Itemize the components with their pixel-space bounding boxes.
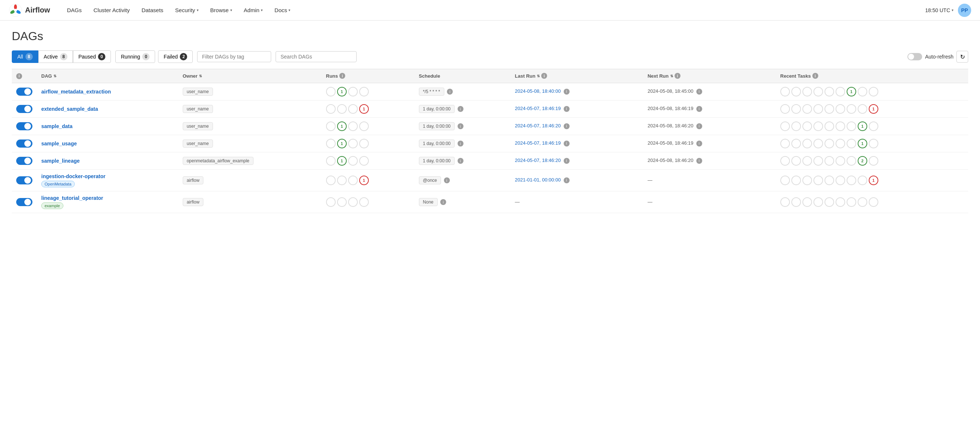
run-circle[interactable] — [326, 139, 336, 148]
failed-filter-button[interactable]: Failed 2 — [158, 51, 192, 63]
last-run-sample_lineage[interactable]: 2024-05-07, 18:46:20 — [515, 157, 561, 163]
dag-toggle-ingestion-docker-operator[interactable] — [16, 176, 32, 184]
task-circle[interactable] — [780, 156, 790, 166]
tasks-info-icon[interactable]: i — [812, 73, 818, 79]
task-circle[interactable] — [824, 104, 834, 114]
running-filter-button[interactable]: Running 0 — [115, 51, 155, 63]
run-circle[interactable]: 1 — [359, 104, 369, 114]
lastrun-row-info-icon-ingestion-docker-operator[interactable]: i — [564, 178, 570, 183]
last-run-airflow_metadata_extraction[interactable]: 2024-05-08, 18:40:00 — [515, 88, 561, 94]
run-circle[interactable] — [326, 156, 336, 166]
last-run-sample_data[interactable]: 2024-05-07, 18:46:20 — [515, 123, 561, 129]
task-circle[interactable] — [791, 139, 801, 148]
dag-name-extended_sample_data[interactable]: extended_sample_data — [41, 106, 174, 112]
run-circle[interactable] — [359, 121, 369, 131]
nextrun-row-info-icon-airflow_metadata_extraction[interactable]: i — [696, 89, 702, 95]
task-circle[interactable] — [824, 139, 834, 148]
run-circle[interactable] — [326, 87, 336, 97]
task-circle[interactable] — [858, 176, 867, 185]
task-circle[interactable] — [869, 197, 878, 207]
lastrun-sort-icon[interactable]: ⇅ — [537, 74, 540, 78]
run-circle[interactable]: 1 — [337, 87, 347, 97]
owner-sort-icon[interactable]: ⇅ — [199, 74, 202, 78]
nextrun-info-icon[interactable]: i — [675, 73, 681, 79]
task-circle[interactable] — [802, 121, 812, 131]
lastrun-row-info-icon-extended_sample_data[interactable]: i — [564, 106, 570, 112]
task-circle[interactable] — [869, 121, 878, 131]
dag-name-airflow_metadata_extraction[interactable]: airflow_metadata_extraction — [41, 89, 174, 95]
nav-security[interactable]: Security ▾ — [170, 5, 204, 16]
run-circle[interactable] — [348, 104, 358, 114]
task-circle[interactable] — [780, 121, 790, 131]
dag-toggle-sample_usage[interactable] — [16, 140, 32, 148]
run-circle[interactable] — [337, 104, 347, 114]
task-circle[interactable] — [869, 139, 878, 148]
task-circle[interactable] — [869, 87, 878, 97]
task-circle[interactable]: 1 — [869, 176, 878, 185]
task-circle[interactable] — [835, 176, 845, 185]
nextrun-row-info-icon-sample_usage[interactable]: i — [696, 141, 702, 146]
runs-info-icon[interactable]: i — [339, 73, 345, 79]
task-circle[interactable] — [791, 197, 801, 207]
lastrun-row-info-icon-airflow_metadata_extraction[interactable]: i — [564, 89, 570, 95]
task-circle[interactable] — [824, 156, 834, 166]
tag-filter-input[interactable] — [197, 51, 271, 62]
task-circle[interactable] — [780, 176, 790, 185]
table-info-icon[interactable]: i — [16, 73, 22, 79]
last-run-ingestion-docker-operator[interactable]: 2021-01-01, 00:00:00 — [515, 177, 561, 182]
paused-filter-button[interactable]: Paused 0 — [73, 51, 111, 63]
nextrun-row-info-icon-sample_lineage[interactable]: i — [696, 158, 702, 164]
run-circle[interactable]: 1 — [337, 156, 347, 166]
task-circle[interactable] — [824, 197, 834, 207]
schedule-info-icon-ingestion-docker-operator[interactable]: i — [444, 178, 450, 183]
nav-dags[interactable]: DAGs — [62, 5, 87, 16]
run-circle[interactable] — [359, 87, 369, 97]
lastrun-info-icon[interactable]: i — [541, 73, 547, 79]
task-circle[interactable] — [824, 87, 834, 97]
task-circle[interactable] — [835, 139, 845, 148]
schedule-info-icon-sample_lineage[interactable]: i — [458, 158, 463, 164]
task-circle[interactable] — [835, 87, 845, 97]
run-circle[interactable] — [348, 87, 358, 97]
app-logo[interactable]: Airflow — [9, 4, 50, 17]
task-circle[interactable] — [813, 121, 823, 131]
task-circle[interactable] — [824, 121, 834, 131]
lastrun-row-info-icon-sample_lineage[interactable]: i — [564, 158, 570, 164]
nextrun-row-info-icon-sample_data[interactable]: i — [696, 123, 702, 129]
task-circle[interactable] — [791, 104, 801, 114]
nav-cluster-activity[interactable]: Cluster Activity — [88, 5, 135, 16]
task-circle[interactable] — [824, 176, 834, 185]
dag-tag-ingestion-docker-operator[interactable]: OpenMetadata — [41, 181, 75, 187]
run-circle[interactable] — [326, 176, 336, 185]
run-circle[interactable] — [326, 197, 336, 207]
search-dags-input[interactable] — [275, 51, 356, 62]
last-run-sample_usage[interactable]: 2024-05-07, 18:46:19 — [515, 140, 561, 146]
task-circle[interactable] — [780, 139, 790, 148]
run-circle[interactable] — [348, 139, 358, 148]
task-circle[interactable]: 1 — [858, 139, 867, 148]
task-circle[interactable] — [802, 197, 812, 207]
dag-name-sample_usage[interactable]: sample_usage — [41, 141, 174, 146]
lastrun-row-info-icon-sample_usage[interactable]: i — [564, 141, 570, 146]
run-circle[interactable] — [337, 176, 347, 185]
all-filter-button[interactable]: All 8 — [12, 51, 38, 63]
nextrun-row-info-icon-extended_sample_data[interactable]: i — [696, 106, 702, 112]
task-circle[interactable] — [869, 156, 878, 166]
dag-toggle-sample_data[interactable] — [16, 122, 32, 130]
task-circle[interactable] — [802, 156, 812, 166]
nav-browse[interactable]: Browse ▾ — [205, 5, 237, 16]
schedule-info-icon-lineage_tutorial_operator[interactable]: i — [440, 199, 446, 205]
task-circle[interactable] — [846, 104, 856, 114]
task-circle[interactable] — [846, 176, 856, 185]
dag-toggle-sample_lineage[interactable] — [16, 157, 32, 165]
run-circle[interactable] — [359, 197, 369, 207]
schedule-info-icon-airflow_metadata_extraction[interactable]: i — [447, 89, 453, 95]
schedule-info-icon-sample_usage[interactable]: i — [458, 141, 463, 146]
task-circle[interactable] — [813, 176, 823, 185]
run-circle[interactable] — [359, 139, 369, 148]
task-circle[interactable]: 1 — [869, 104, 878, 114]
task-circle[interactable] — [802, 176, 812, 185]
dag-name-sample_lineage[interactable]: sample_lineage — [41, 158, 174, 164]
task-circle[interactable] — [802, 87, 812, 97]
nav-docs[interactable]: Docs ▾ — [269, 5, 296, 16]
